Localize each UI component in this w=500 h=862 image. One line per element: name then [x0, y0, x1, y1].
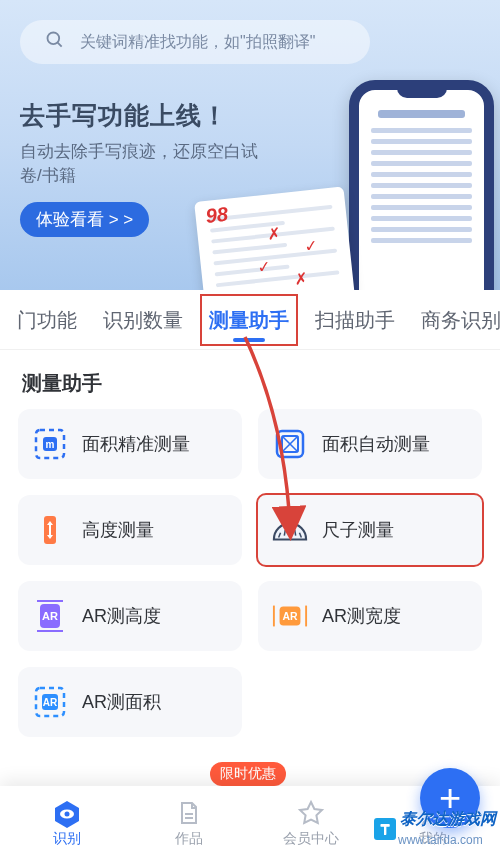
svg-line-12: [284, 530, 285, 536]
card-ar-height[interactable]: AR AR测高度: [18, 581, 242, 651]
card-area-precise[interactable]: m 面积精准测量: [18, 409, 242, 479]
tab-recognize-count[interactable]: 识别数量: [90, 290, 196, 350]
svg-line-14: [295, 530, 296, 536]
section-title: 测量助手: [0, 350, 500, 409]
svg-line-1: [58, 43, 62, 47]
svg-text:AR: AR: [43, 697, 58, 708]
ar-width-icon: AR: [272, 598, 308, 634]
svg-text:m: m: [46, 439, 55, 450]
promo-banner: 关键词精准找功能，如"拍照翻译" 去手写功能上线！ 自动去除手写痕迹，还原空白试…: [0, 0, 500, 290]
ruler-icon: [272, 512, 308, 548]
card-label: AR测宽度: [322, 604, 401, 628]
svg-text:AR: AR: [282, 611, 298, 622]
banner-subtitle: 自动去除手写痕迹，还原空白试卷/书籍: [20, 140, 270, 188]
tab-scan-assistant[interactable]: 扫描助手: [302, 290, 408, 350]
search-icon: [45, 30, 65, 54]
document-icon: [174, 798, 204, 828]
card-label: AR测面积: [82, 690, 161, 714]
banner-cta-button[interactable]: 体验看看 > >: [20, 202, 149, 237]
svg-point-0: [48, 33, 60, 45]
phone-illustration: [349, 80, 494, 290]
card-ruler-measure[interactable]: 尺子测量: [258, 495, 482, 565]
nav-label: 识别: [53, 830, 81, 848]
area-auto-icon: [272, 426, 308, 462]
nav-member-center[interactable]: 会员中心: [262, 798, 360, 848]
watermark: T 泰尔达游戏网 www.tairda.com: [374, 809, 496, 848]
star-icon: [296, 798, 326, 828]
eye-icon: [52, 798, 82, 828]
watermark-logo-icon: T: [374, 818, 396, 840]
card-label: 高度测量: [82, 518, 154, 542]
card-label: 面积自动测量: [322, 432, 430, 456]
card-area-auto[interactable]: 面积自动测量: [258, 409, 482, 479]
height-icon: [32, 512, 68, 548]
category-tabs: 门功能 识别数量 测量助手 扫描助手 商务识别: [0, 290, 500, 350]
watermark-url: www.tairda.com: [398, 833, 483, 847]
ar-height-icon: AR: [32, 598, 68, 634]
search-input[interactable]: 关键词精准找功能，如"拍照翻译": [20, 20, 370, 64]
card-height-measure[interactable]: 高度测量: [18, 495, 242, 565]
nav-label: 作品: [175, 830, 203, 848]
nav-recognize[interactable]: 识别: [18, 798, 116, 848]
search-placeholder: 关键词精准找功能，如"拍照翻译": [80, 32, 315, 53]
svg-point-29: [65, 812, 70, 817]
promo-badge: 限时优惠: [210, 762, 286, 786]
tab-measure-assistant[interactable]: 测量助手: [196, 290, 302, 350]
card-label: 面积精准测量: [82, 432, 190, 456]
watermark-brand: 泰尔达游戏网: [400, 810, 496, 827]
area-precise-icon: m: [32, 426, 68, 462]
card-ar-width[interactable]: AR AR测宽度: [258, 581, 482, 651]
paper-illustration: ✗✓✓✗: [194, 186, 356, 290]
tab-door-functions[interactable]: 门功能: [4, 290, 90, 350]
card-label: 尺子测量: [322, 518, 394, 542]
feature-grid: m 面积精准测量 面积自动测量 高度测量 尺子测量 AR AR测高度 AR AR…: [0, 409, 500, 737]
tab-business-ocr[interactable]: 商务识别: [408, 290, 500, 350]
svg-text:AR: AR: [42, 610, 58, 622]
card-label: AR测高度: [82, 604, 161, 628]
card-ar-area[interactable]: AR AR测面积: [18, 667, 242, 737]
ar-area-icon: AR: [32, 684, 68, 720]
nav-works[interactable]: 作品: [140, 798, 238, 848]
nav-label: 会员中心: [283, 830, 339, 848]
